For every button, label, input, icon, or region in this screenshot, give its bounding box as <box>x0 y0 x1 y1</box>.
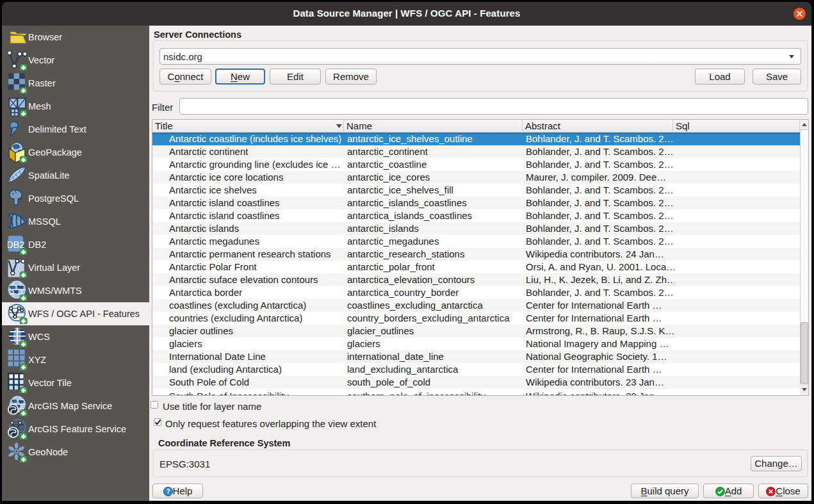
svg-text:?: ? <box>166 488 170 495</box>
svg-text:DB2: DB2 <box>8 240 24 250</box>
